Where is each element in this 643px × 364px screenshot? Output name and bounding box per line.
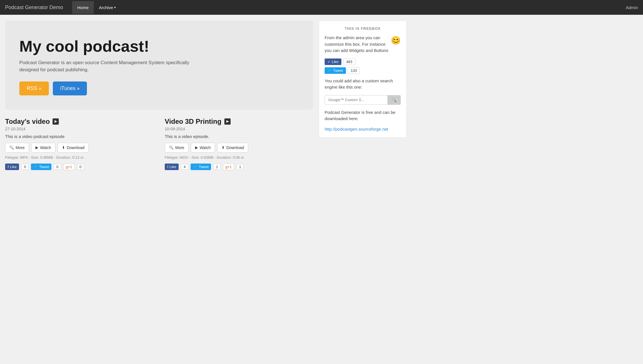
content-area: My cool podcast! Podcast Generator is an… — [5, 20, 313, 176]
episode-2-tweet-count: 1 — [213, 164, 220, 170]
nav-item-home[interactable]: Home — [72, 1, 94, 14]
episode-2-buttons: 🔍 More ▶ Watch ⬇ Download — [165, 143, 313, 152]
episode-2-social: f Like 4 🐦 Tweet 1 g+1 1 — [165, 164, 313, 170]
episode-1-fb-like[interactable]: f Like — [5, 164, 19, 170]
episode-1-gplus-count: 0 — [77, 164, 84, 170]
episode-2-date: 10-09-2014 — [165, 127, 313, 131]
fb-icon: f — [167, 165, 168, 169]
episode-2-download-button[interactable]: ⬇ Download — [217, 143, 248, 152]
navbar: Podcast Generator Demo Home Archive ▾ Ad… — [0, 0, 643, 15]
gplus-icon: g+1 — [226, 165, 232, 169]
twitter-icon: 🐦 — [34, 165, 38, 169]
episode-2-fb-like[interactable]: f Like — [165, 164, 179, 170]
episode-1-tweet-count: 0 — [54, 164, 61, 170]
sidebar-tweet-count: 133 — [348, 67, 360, 74]
episode-1-desc: This is a video podcast episode — [5, 134, 153, 139]
nav-item-archive[interactable]: Archive ▾ — [94, 1, 121, 14]
search-icon: 🔍 — [169, 145, 174, 150]
hero-buttons: RSS » iTunes » — [19, 81, 299, 95]
sidebar-search-button[interactable]: 🔍 — [387, 95, 401, 105]
sidebar-search-input[interactable] — [325, 95, 387, 105]
episode-1-buttons: 🔍 More ▶ Watch ⬇ Download — [5, 143, 153, 152]
freebox: THIS IS FREEBOX 😊 From the admin area yo… — [319, 20, 407, 138]
sidebar-search-row: 🔍 — [325, 95, 401, 105]
freebox-description: 😊 From the admin area you can customize … — [325, 35, 401, 54]
download-icon: ⬇ — [62, 145, 65, 150]
sidebar: THIS IS FREEBOX 😊 From the admin area yo… — [319, 20, 407, 176]
sidebar-like-button[interactable]: ✓ Like — [325, 58, 341, 65]
sidebar-footer-text: Podcast Generator is free and can be dow… — [325, 109, 401, 122]
episode-1-video-icon: ▶ — [53, 118, 59, 125]
sidebar-search-text: You could add also a custom search engin… — [325, 78, 401, 91]
navbar-brand: Podcast Generator Demo — [5, 5, 63, 11]
freebox-heading: THIS IS FREEBOX — [325, 26, 401, 31]
sidebar-footer-link[interactable]: http://podcastgen.sourceforge.net — [325, 127, 388, 131]
episode-1: Today's video ▶ 27-10-2014 This is a vid… — [5, 118, 153, 176]
episodes-grid: Today's video ▶ 27-10-2014 This is a vid… — [5, 118, 313, 176]
freebox-emoji: 😊 — [391, 35, 401, 47]
rss-button[interactable]: RSS » — [19, 81, 49, 95]
sidebar-like-row: ✓ Like 483 — [325, 58, 401, 65]
nav-archive-label: Archive — [99, 5, 113, 10]
gplus-icon: g+1 — [66, 165, 72, 169]
episode-1-more-button[interactable]: 🔍 More — [5, 143, 29, 152]
episode-2-video-icon: ▶ — [224, 118, 231, 125]
hero-section: My cool podcast! Podcast Generator is an… — [5, 20, 313, 110]
sidebar-like-count: 483 — [343, 58, 356, 65]
download-icon: ⬇ — [222, 145, 225, 150]
admin-link[interactable]: Admin — [626, 5, 638, 10]
episode-2-desc: This is a video episode. — [165, 134, 313, 139]
twitter-bird-icon: 🐦 — [327, 68, 332, 73]
episode-1-watch-button[interactable]: ▶ Watch — [31, 143, 55, 152]
nav-menu: Home Archive ▾ — [72, 1, 626, 14]
episode-1-date: 27-10-2014 — [5, 127, 153, 131]
hero-description: Podcast Generator is an open source Cont… — [19, 59, 190, 74]
sidebar-tweet-button[interactable]: 🐦 Tweet — [325, 67, 346, 74]
itunes-button[interactable]: iTunes » — [53, 81, 87, 95]
main-container: My cool podcast! Podcast Generator is an… — [0, 15, 412, 181]
episode-1-meta: Filetype: MP4 - Size: 0.86MB - Duration:… — [5, 155, 153, 160]
episode-2: Video 3D Printing ▶ 10-09-2014 This is a… — [165, 118, 313, 176]
nav-home-label: Home — [77, 5, 89, 10]
search-icon: 🔍 — [392, 98, 396, 102]
play-icon: ▶ — [195, 145, 198, 150]
episode-2-tweet[interactable]: 🐦 Tweet — [191, 164, 211, 170]
episode-2-watch-button[interactable]: ▶ Watch — [191, 143, 215, 152]
episode-1-gplus[interactable]: g+1 — [63, 164, 75, 170]
episode-1-title: Today's video ▶ — [5, 118, 153, 125]
episode-1-download-button[interactable]: ⬇ Download — [58, 143, 89, 152]
search-icon: 🔍 — [9, 145, 14, 150]
hero-title: My cool podcast! — [19, 37, 299, 55]
sidebar-tweet-row: 🐦 Tweet 133 — [325, 67, 401, 74]
checkmark-icon: ✓ — [327, 60, 331, 64]
episode-1-tweet[interactable]: 🐦 Tweet — [31, 164, 52, 170]
play-icon: ▶ — [36, 145, 38, 150]
twitter-icon: 🐦 — [193, 165, 198, 169]
episode-1-like-count: 0 — [21, 164, 28, 170]
episode-2-like-count: 4 — [181, 164, 188, 170]
fb-icon: f — [8, 165, 9, 169]
episode-2-title: Video 3D Printing ▶ — [165, 118, 313, 125]
episode-2-meta: Filetype: MOV - Size: 0.63MB - Duration:… — [165, 155, 313, 160]
episode-2-gplus-count: 1 — [237, 164, 244, 170]
episode-2-gplus[interactable]: g+1 — [223, 164, 234, 170]
episode-2-more-button[interactable]: 🔍 More — [165, 143, 189, 152]
episode-1-social: f Like 0 🐦 Tweet 0 g+1 0 — [5, 164, 153, 170]
archive-dropdown-arrow: ▾ — [114, 6, 116, 9]
